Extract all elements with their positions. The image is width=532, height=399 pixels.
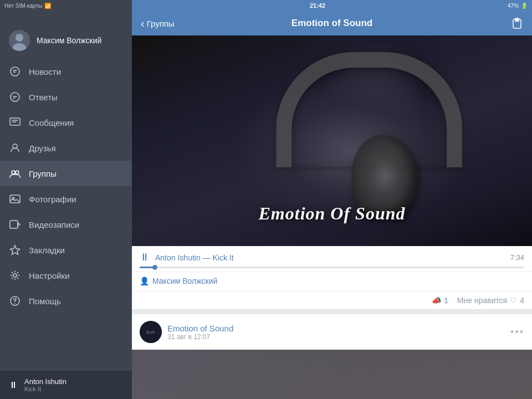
videos-icon [9, 218, 21, 231]
now-playing-bar: ⏸ Anton Ishutin Kick It [0, 371, 132, 399]
post-image: Emotion Of Sound [132, 35, 532, 246]
pause-button[interactable]: ⏸ [140, 252, 150, 263]
time-label: 21:42 [310, 2, 325, 9]
megaphone-action[interactable]: 📣 1 [432, 296, 448, 305]
post-card-1: Emotion Of Sound ⏸ Anton Ishutin — Kick … [132, 35, 532, 310]
svg-point-7 [12, 171, 15, 174]
like-label: Мне нравится [457, 296, 507, 305]
sidebar-item-label: Настройки [29, 271, 70, 280]
sidebar-item-label: Помощь [29, 296, 61, 306]
svg-point-13 [13, 274, 17, 277]
svg-point-8 [16, 171, 19, 174]
like-count: 4 [520, 296, 524, 305]
audio-duration: 7:34 [510, 253, 524, 262]
progress-fill [140, 267, 155, 268]
author-icon: 👤 [140, 277, 149, 285]
sidebar: Максим Волжский Новости Ответы Сообщения [0, 0, 132, 399]
post2-image [132, 350, 532, 399]
sidebar-item-label: Видеозаписи [29, 220, 79, 229]
sidebar-item-label: Сообщения [29, 118, 74, 127]
settings-icon [9, 269, 21, 282]
sidebar-item-replies[interactable]: Ответы [0, 84, 132, 110]
back-label: Группы [147, 19, 175, 28]
heart-icon: ♡ [510, 296, 517, 305]
post-author[interactable]: Максим Волжский [152, 277, 217, 285]
audio-artist: Anton Ishutin [155, 253, 201, 262]
sidebar-item-bookmarks[interactable]: Закладки [0, 237, 132, 263]
groups-icon [9, 167, 21, 180]
svg-rect-9 [10, 195, 20, 203]
megaphone-icon: 📣 [432, 296, 441, 305]
image-overlay-title: Emotion Of Sound [259, 203, 406, 224]
battery-icon: 🔋 [521, 3, 528, 9]
back-chevron-icon: ‹ [141, 17, 145, 30]
audio-player: ⏸ Anton Ishutin — Kick It 7:34 [132, 246, 532, 272]
sidebar-item-help[interactable]: Помощь [0, 288, 132, 314]
svg-point-15 [14, 303, 16, 304]
avatar [9, 30, 30, 51]
sidebar-item-photos[interactable]: Фотографии [0, 186, 132, 212]
replies-icon [9, 91, 21, 103]
svg-point-3 [11, 67, 19, 76]
post2-header: EoS Emotion of Sound 31 авг в 12:07 ••• [132, 314, 532, 350]
navbar-title: Emotion of Sound [185, 18, 479, 29]
messages-icon [9, 116, 21, 129]
post2-date: 31 авг в 12:07 [167, 333, 505, 341]
carrier-label: Нет SIM-карты [4, 3, 42, 9]
battery-label: 47% [508, 3, 519, 9]
post2-more-button[interactable]: ••• [510, 326, 524, 338]
back-button[interactable]: ‹ Группы [141, 17, 185, 30]
news-icon [9, 65, 21, 78]
post2-meta: Emotion of Sound 31 авг в 12:07 [167, 324, 505, 341]
wifi-icon: 📶 [44, 3, 51, 9]
progress-bar[interactable] [140, 267, 524, 268]
now-playing-artist: Anton Ishutin [24, 377, 123, 386]
friends-icon [9, 142, 21, 154]
like-action[interactable]: Мне нравится ♡ 4 [457, 296, 524, 305]
headphone-background: Emotion Of Sound [132, 35, 532, 246]
svg-rect-11 [10, 221, 18, 228]
svg-marker-12 [11, 245, 20, 254]
sidebar-item-label: Новости [29, 67, 61, 76]
audio-title: Kick It [213, 253, 234, 262]
sidebar-item-label: Ответы [29, 93, 58, 102]
photos-icon [9, 193, 21, 205]
post-card-2: EoS Emotion of Sound 31 авг в 12:07 ••• [132, 314, 532, 399]
profile-name: Максим Волжский [37, 36, 101, 45]
help-icon [9, 295, 21, 307]
sidebar-item-groups[interactable]: Группы [0, 161, 132, 186]
sidebar-item-messages[interactable]: Сообщения [0, 110, 132, 135]
progress-dot [152, 265, 157, 270]
mini-pause-button[interactable]: ⏸ [9, 380, 18, 390]
sidebar-item-label: Фотографии [29, 195, 76, 204]
post-author-meta: 👤 Максим Волжский [132, 272, 532, 291]
svg-point-4 [11, 93, 19, 101]
sidebar-item-videos[interactable]: Видеозаписи [0, 212, 132, 237]
svg-text:EoS: EoS [146, 330, 155, 335]
sidebar-item-label: Закладки [29, 245, 65, 255]
audio-separator: — [203, 253, 213, 262]
bookmarks-icon [9, 244, 21, 256]
sidebar-item-news[interactable]: Новости [0, 59, 132, 84]
sidebar-profile[interactable]: Максим Волжский [0, 22, 132, 59]
sidebar-item-friends[interactable]: Друзья [0, 135, 132, 161]
navigation-bar: ‹ Группы Emotion of Sound [132, 11, 532, 35]
audio-track-info: Anton Ishutin — Kick It [155, 253, 505, 262]
main-content: ‹ Группы Emotion of Sound Emot [132, 0, 532, 399]
sidebar-item-label: Друзья [29, 144, 56, 153]
content-scroll[interactable]: Emotion Of Sound ⏸ Anton Ishutin — Kick … [132, 35, 532, 399]
megaphone-count: 1 [444, 296, 448, 305]
sidebar-item-settings[interactable]: Настройки [0, 263, 132, 288]
now-playing-info: Anton Ishutin Kick It [24, 377, 123, 392]
post-actions: 📣 1 Мне нравится ♡ 4 [132, 291, 532, 309]
share-icon [511, 17, 523, 29]
post2-avatar: EoS [140, 321, 162, 343]
share-button[interactable] [479, 17, 523, 29]
now-playing-track: Kick It [24, 386, 123, 392]
post2-group-name[interactable]: Emotion of Sound [167, 324, 505, 333]
sidebar-item-label: Группы [29, 169, 57, 178]
svg-point-1 [16, 34, 23, 42]
